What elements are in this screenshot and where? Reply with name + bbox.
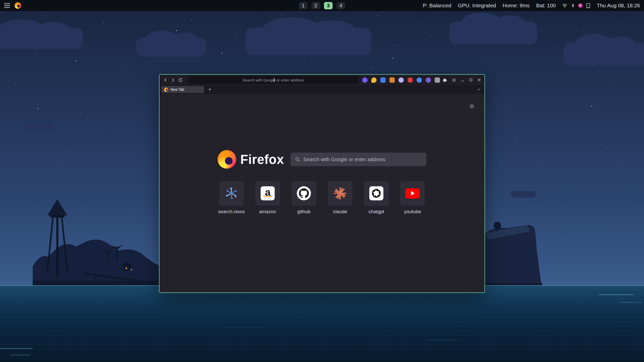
tab-new-tab[interactable]: New Tab [161, 86, 204, 93]
text-caret [274, 78, 274, 82]
new-tab-button[interactable]: + [206, 86, 213, 93]
shortcut-label: claude [333, 209, 347, 214]
bluetooth-icon[interactable] [571, 3, 575, 8]
extension-icon-2[interactable] [371, 77, 377, 83]
hamburger-icon [452, 78, 456, 82]
chatgpt-icon [369, 186, 383, 200]
extension-icon-9[interactable] [435, 77, 440, 83]
workspace-1[interactable]: 1 [299, 2, 307, 9]
workspace-3[interactable]: 3 [324, 2, 333, 9]
tab-title: New Tab [171, 87, 184, 92]
wave-streak [599, 294, 634, 295]
firefox-favicon [164, 87, 168, 92]
app-launcher-button[interactable] [5, 3, 10, 8]
shortcut-amazon[interactable]: a amazon [255, 181, 280, 214]
minimize-button[interactable] [459, 76, 466, 84]
shortcut-github[interactable]: github [292, 181, 316, 214]
reload-icon [178, 78, 183, 82]
cloud [136, 38, 206, 57]
device-icon[interactable] [586, 3, 590, 8]
home-latency-status: Home: 9ms [503, 3, 530, 9]
extension-icon-4[interactable] [389, 77, 395, 83]
tab-bar: New Tab + [159, 85, 485, 94]
wifi-icon[interactable] [562, 4, 567, 8]
firefox-hero: Firefox Search with Google or enter addr… [159, 150, 485, 169]
shortcut-search-nixos[interactable]: search.nixos [219, 181, 244, 214]
workspace-2[interactable]: 2 [311, 2, 320, 9]
personalize-button[interactable] [468, 103, 475, 109]
cloud [0, 28, 83, 49]
extension-icon-8[interactable] [426, 77, 431, 83]
shortcut-tile [219, 181, 244, 206]
grid-icon [5, 3, 10, 8]
wave-streak [10, 355, 30, 355]
minimize-icon [461, 78, 464, 82]
shortcut-chatgpt[interactable]: chatgpt [364, 181, 389, 214]
maximize-button[interactable] [467, 76, 474, 84]
extensions-button[interactable] [441, 76, 449, 84]
url-placeholder: Search with Google or enter address [243, 78, 304, 82]
url-bar[interactable]: Search with Google or enter address [188, 76, 358, 84]
shortcut-grid: search.nixos a amazon [159, 181, 485, 214]
shortcut-label: github [297, 209, 310, 214]
wave-streak [0, 348, 33, 349]
github-icon [297, 186, 311, 200]
shortcut-youtube[interactable]: youtube [400, 181, 425, 214]
extension-icon-7[interactable] [417, 77, 422, 83]
shortcut-tile [400, 181, 425, 206]
workspace-switcher: 1 2 3 4 [299, 2, 345, 9]
workspace-4[interactable]: 4 [337, 2, 345, 9]
cloud [449, 21, 537, 44]
search-placeholder: Search with Google or enter address [303, 157, 385, 162]
forward-button[interactable] [169, 76, 177, 84]
newtab-page: Firefox Search with Google or enter addr… [159, 94, 485, 292]
shortcut-tile [364, 181, 389, 206]
gpu-status: GPU: Integrated [458, 3, 496, 9]
maximize-icon [469, 78, 473, 82]
menu-button[interactable] [450, 76, 458, 84]
shortcut-label: amazon [259, 209, 276, 214]
newtab-search-input[interactable]: Search with Google or enter address [291, 153, 426, 166]
browser-toolbar: Search with Google or enter address [159, 75, 485, 85]
amazon-icon: a [261, 186, 275, 200]
shortcut-tile [292, 181, 316, 206]
extension-icon-5[interactable] [398, 77, 404, 83]
shortcut-label: search.nixos [218, 209, 245, 214]
extension-icon-1[interactable] [362, 77, 368, 83]
battery-status: Bat: 100 [536, 3, 556, 9]
wave-streak [619, 302, 641, 303]
forward-icon [171, 78, 175, 82]
right-island [479, 212, 542, 290]
firefox-logo [218, 150, 236, 169]
firefox-taskbar-button[interactable] [15, 2, 21, 9]
extension-icon-3[interactable] [380, 77, 386, 83]
firefox-icon [15, 2, 21, 9]
wave-streak [428, 340, 458, 340]
search-icon [295, 157, 300, 162]
puzzle-icon [442, 78, 447, 82]
shortcut-label: youtube [404, 209, 421, 214]
claude-icon [333, 187, 347, 200]
shortcut-label: chatgpt [369, 209, 384, 214]
status-bar: 1 2 3 4 P: Balanced GPU: Integrated Home… [0, 0, 644, 11]
left-island [33, 190, 164, 290]
chevron-down-icon [477, 88, 480, 91]
back-button[interactable] [162, 76, 169, 84]
extension-buttons [362, 77, 440, 83]
back-icon [163, 78, 168, 82]
youtube-icon [405, 188, 420, 199]
cloud [511, 191, 536, 198]
desktop: 1 2 3 4 P: Balanced GPU: Integrated Home… [0, 0, 644, 362]
list-all-tabs-button[interactable] [475, 86, 482, 93]
extension-icon-6[interactable] [408, 77, 413, 83]
color-picker-icon[interactable] [578, 4, 583, 8]
gear-icon [469, 104, 474, 109]
amazon-smile-icon [263, 195, 272, 198]
shortcut-claude[interactable]: claude [328, 181, 352, 214]
tray-icons [562, 3, 590, 8]
reload-button[interactable] [177, 76, 184, 84]
power-profile-status: P: Balanced [423, 3, 451, 9]
close-button[interactable] [476, 76, 482, 84]
shortcut-tile [328, 181, 352, 206]
ocean [0, 285, 644, 362]
